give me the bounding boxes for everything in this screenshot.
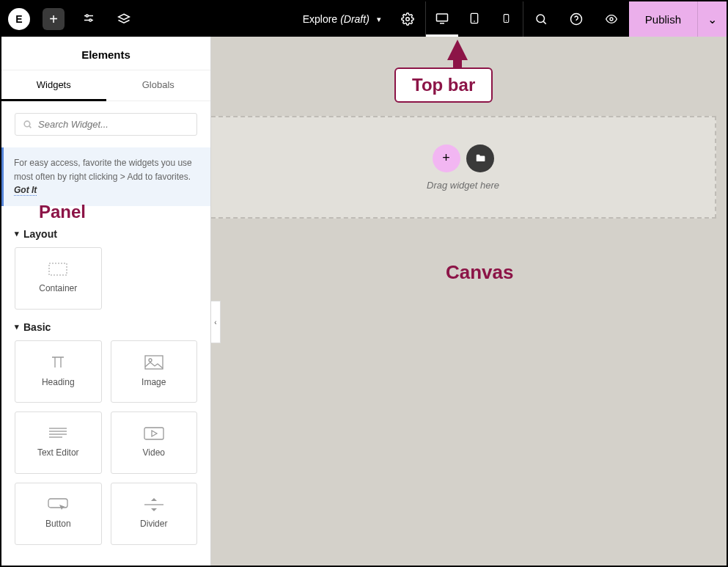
svg-rect-20 [145,356,163,369]
tip-dismiss-link[interactable]: Got It [14,185,37,196]
tab-widgets[interactable]: Widgets [1,70,106,101]
publish-label: Publish [645,13,681,26]
document-name: Explore [303,13,337,25]
text-editor-icon [49,427,67,440]
device-tablet-button[interactable] [458,1,490,37]
device-mobile-button[interactable] [490,1,523,37]
heading-icon [49,355,67,370]
container-icon [48,263,67,276]
widget-text-editor[interactable]: Text Editor [15,411,102,474]
svg-marker-31 [151,508,157,511]
svg-rect-6 [436,14,447,21]
annotation-arrow [447,40,468,60]
favorites-tip: For easy access, favorite the widgets yo… [1,147,210,206]
widget-label: Heading [42,377,75,387]
svg-point-16 [610,18,613,21]
svg-rect-10 [504,14,510,22]
widget-search-input[interactable] [38,119,189,130]
svg-line-13 [543,21,545,23]
folder-icon [474,153,486,164]
tip-text: For easy access, favorite the widgets yo… [14,158,192,182]
sliders-icon [82,12,95,26]
svg-point-12 [537,15,545,23]
button-icon [48,498,68,511]
publish-options-button[interactable]: ⌄ [697,1,727,37]
svg-marker-27 [152,431,157,436]
tab-globals[interactable]: Globals [106,70,211,100]
svg-rect-28 [48,499,67,508]
divider-icon [144,498,163,511]
widget-search[interactable] [15,113,197,136]
document-title-dropdown[interactable]: Explore (Draft) ▾ [294,1,390,37]
widget-label: Button [45,519,71,529]
svg-point-5 [406,18,410,21]
publish-button[interactable]: Publish [629,1,697,37]
section-basic-header[interactable]: Basic [15,310,197,340]
help-icon [570,12,583,26]
plus-icon: + [442,150,450,166]
add-element-button[interactable]: + [36,1,71,37]
gear-icon [401,12,414,26]
add-section-button[interactable]: + [433,145,460,172]
help-button[interactable] [559,1,594,37]
search-icon [23,120,32,129]
elements-panel: Elements Widgets Globals For easy access… [1,37,211,566]
widget-label: Video [143,447,165,458]
settings-sliders-button[interactable] [71,1,106,37]
widget-button[interactable]: Button [15,483,102,545]
widget-label: Text Editor [37,447,79,458]
desktop-icon [435,12,449,25]
annotation-panel-label: Panel [39,198,86,225]
chevron-left-icon: ‹ [214,318,216,326]
svg-marker-4 [119,14,130,20]
widget-video[interactable]: Video [111,411,198,474]
tablet-icon [468,11,480,26]
page-settings-button[interactable] [390,1,425,37]
widget-heading[interactable]: Heading [15,340,102,403]
svg-line-18 [29,126,31,128]
image-icon [144,355,163,370]
svg-marker-29 [151,498,157,501]
plus-icon: + [43,8,65,30]
structure-button[interactable] [106,1,141,37]
widget-container[interactable]: Container [15,247,102,310]
panel-tabs: Widgets Globals [1,70,210,101]
svg-point-21 [149,359,152,362]
widget-label: Image [141,377,166,387]
drop-zone[interactable]: + Drag widget here [211,116,716,219]
svg-rect-19 [49,263,67,275]
annotation-canvas-label: Canvas [446,261,514,284]
chevron-down-icon: ⌄ [707,12,717,26]
annotation-topbar-label: Top bar [394,67,493,103]
video-icon [144,427,164,440]
search-icon [534,12,548,26]
chevron-down-icon: ▾ [377,15,381,24]
svg-point-17 [24,121,30,127]
widget-image[interactable]: Image [111,340,198,403]
top-bar: E + Explore (Draft) ▾ [1,1,727,37]
preview-button[interactable] [594,1,629,37]
drop-zone-label: Drag widget here [427,180,499,191]
finder-search-button[interactable] [523,1,559,37]
eye-icon [604,13,619,25]
layers-icon [117,12,130,26]
document-status: (Draft) [340,13,369,25]
template-library-button[interactable] [466,145,494,172]
device-desktop-button[interactable] [426,1,458,37]
canvas[interactable]: ‹ + Drag widget here Top bar Canvas [211,37,727,566]
panel-collapse-handle[interactable]: ‹ [211,301,221,343]
widget-label: Divider [140,519,167,529]
svg-point-14 [570,14,581,25]
elementor-logo[interactable]: E [8,8,30,30]
svg-rect-26 [144,428,163,439]
widget-divider[interactable]: Divider [111,483,198,545]
svg-point-3 [89,19,92,21]
panel-title: Elements [1,37,210,70]
svg-point-1 [86,15,88,17]
widget-label: Container [39,283,77,293]
mobile-icon [501,11,511,26]
